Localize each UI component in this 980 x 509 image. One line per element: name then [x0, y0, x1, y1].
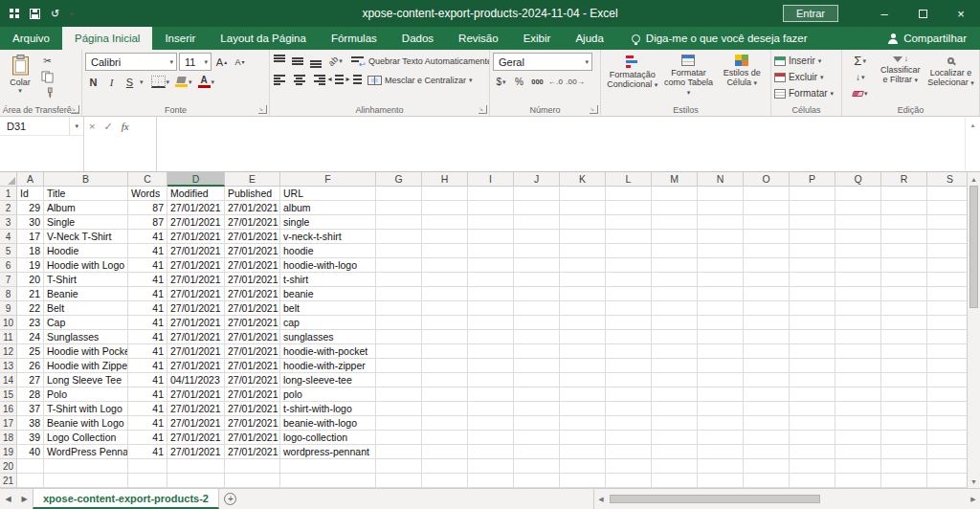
conditional-formatting-button[interactable]: Formatação Condicional ▾ [604, 53, 661, 102]
cell-Q8[interactable] [835, 287, 881, 301]
cell-D21[interactable] [167, 474, 225, 488]
cell-K2[interactable] [560, 201, 606, 215]
cell-L21[interactable] [606, 474, 652, 488]
sheet-nav-left-icon[interactable]: ◀ [0, 489, 16, 509]
cell-G5[interactable] [376, 244, 422, 258]
cell-Q5[interactable] [835, 244, 881, 258]
cell-S11[interactable] [927, 330, 967, 344]
customize-qat-icon[interactable]: ▾ [70, 11, 74, 17]
thousands-separator-button[interactable]: 000 [529, 74, 546, 90]
select-all-corner[interactable] [0, 172, 17, 187]
cell-E21[interactable] [225, 474, 280, 488]
cell-H19[interactable] [422, 445, 468, 459]
cell-K15[interactable] [560, 387, 606, 402]
cell-N3[interactable] [698, 215, 744, 230]
cancel-icon[interactable]: × [89, 120, 95, 133]
cell-E14[interactable]: 27/01/2021 [225, 373, 280, 387]
cell-P5[interactable] [790, 244, 835, 258]
cell-K16[interactable] [560, 402, 606, 416]
confirm-icon[interactable]: ✓ [103, 120, 112, 133]
cell-R9[interactable] [881, 301, 927, 316]
cell-H1[interactable] [422, 187, 468, 201]
cell-I8[interactable] [468, 287, 514, 301]
cell-C18[interactable]: 41 [128, 431, 167, 445]
cell-N20[interactable] [698, 459, 744, 474]
cell-N18[interactable] [698, 431, 744, 445]
row-header-6[interactable]: 6 [0, 258, 17, 273]
cell-K18[interactable] [560, 431, 606, 445]
cell-I9[interactable] [468, 301, 514, 316]
cell-Q18[interactable] [835, 431, 881, 445]
cell-I4[interactable] [468, 230, 514, 244]
column-header-A[interactable]: A [17, 172, 44, 187]
increase-indent-button[interactable] [345, 72, 362, 88]
cell-P7[interactable] [790, 273, 835, 287]
cell-M15[interactable] [652, 387, 698, 402]
cell-Q15[interactable] [835, 387, 881, 402]
cell-O7[interactable] [744, 273, 790, 287]
cell-I17[interactable] [468, 416, 514, 431]
align-middle-button[interactable] [291, 53, 307, 69]
cell-G6[interactable] [376, 258, 422, 273]
cell-L1[interactable] [606, 187, 652, 201]
cell-R3[interactable] [881, 215, 927, 230]
bold-button[interactable]: N [85, 74, 101, 90]
cell-I20[interactable] [468, 459, 514, 474]
cell-N14[interactable] [698, 373, 744, 387]
cell-O15[interactable] [744, 387, 790, 402]
cell-D1[interactable]: Modified [167, 187, 225, 201]
cell-A4[interactable]: 17 [17, 230, 44, 244]
cell-S20[interactable] [927, 459, 967, 474]
cell-I12[interactable] [468, 344, 514, 359]
cell-B8[interactable]: Beanie [44, 287, 128, 301]
cell-O4[interactable] [744, 230, 790, 244]
cell-B6[interactable]: Hoodie with Logo [44, 258, 128, 273]
cell-I18[interactable] [468, 431, 514, 445]
cell-M12[interactable] [652, 344, 698, 359]
ribbon-tab-arquivo[interactable]: Arquivo [0, 27, 62, 50]
cell-M2[interactable] [652, 201, 698, 215]
cell-F19[interactable]: wordpress-pennant [280, 445, 376, 459]
cell-F5[interactable]: hoodie [280, 244, 376, 258]
row-header-20[interactable]: 20 [0, 459, 17, 474]
row-header-15[interactable]: 15 [0, 387, 17, 402]
column-header-G[interactable]: G [376, 172, 422, 187]
restore-button[interactable] [903, 0, 942, 27]
cell-F7[interactable]: t-shirt [280, 273, 376, 287]
cell-Q6[interactable] [835, 258, 881, 273]
cell-D11[interactable]: 27/01/2021 [167, 330, 225, 344]
cell-C17[interactable]: 41 [128, 416, 167, 431]
cell-A3[interactable]: 30 [17, 215, 44, 230]
cell-E13[interactable]: 27/01/2021 [225, 359, 280, 373]
delete-cells-button[interactable]: Excluir ▾ [774, 69, 838, 85]
column-header-H[interactable]: H [422, 172, 468, 187]
cell-A2[interactable]: 29 [17, 201, 44, 215]
clear-button[interactable]: ▾ [845, 85, 875, 101]
cell-D2[interactable]: 27/01/2021 [167, 201, 225, 215]
cell-J16[interactable] [514, 402, 560, 416]
cell-N21[interactable] [698, 474, 744, 488]
cell-F3[interactable]: single [280, 215, 376, 230]
cell-C6[interactable]: 41 [128, 258, 167, 273]
cell-G1[interactable] [376, 187, 422, 201]
cell-Q17[interactable] [835, 416, 881, 431]
cell-D15[interactable]: 27/01/2021 [167, 387, 225, 402]
cell-N9[interactable] [698, 301, 744, 316]
cell-H9[interactable] [422, 301, 468, 316]
cell-K14[interactable] [560, 373, 606, 387]
cell-S5[interactable] [927, 244, 967, 258]
share-button[interactable]: Compartilhar [888, 27, 980, 50]
cell-A21[interactable] [17, 474, 44, 488]
column-header-S[interactable]: S [927, 172, 967, 187]
increase-font-button[interactable]: A▴ [213, 54, 230, 70]
cell-D19[interactable]: 27/01/2021 [167, 445, 225, 459]
cell-A16[interactable]: 37 [17, 402, 44, 416]
cell-J18[interactable] [514, 431, 560, 445]
cell-J2[interactable] [514, 201, 560, 215]
cell-E19[interactable]: 27/01/2021 [225, 445, 280, 459]
cell-A8[interactable]: 21 [17, 287, 44, 301]
cell-B20[interactable] [44, 459, 128, 474]
ribbon-tab-exibir[interactable]: Exibir [511, 27, 564, 50]
cell-K7[interactable] [560, 273, 606, 287]
cell-E8[interactable]: 27/01/2021 [225, 287, 280, 301]
